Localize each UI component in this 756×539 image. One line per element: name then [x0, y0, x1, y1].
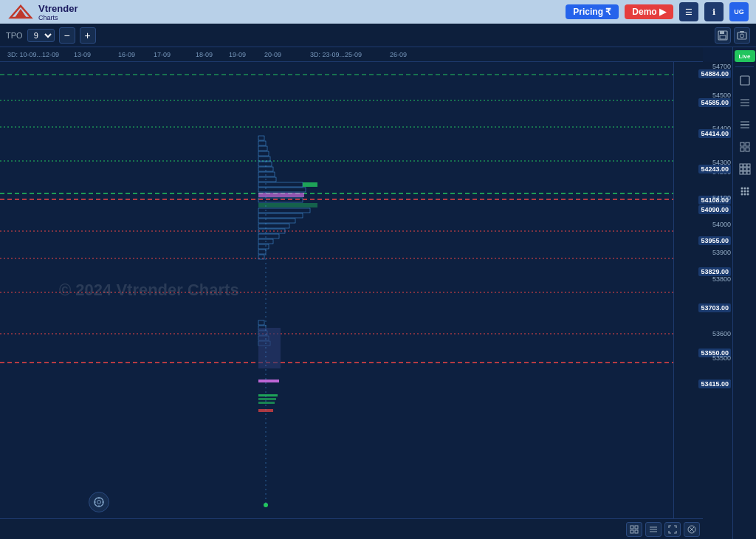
svg-rect-25 [258, 219, 295, 223]
sidebar-icon-grid1[interactable] [736, 138, 754, 156]
close-icon[interactable] [684, 522, 700, 537]
price-54884: 54884.00 [698, 69, 731, 78]
price-53415: 53415.00 [698, 380, 731, 388]
svg-point-81 [743, 188, 746, 190]
svg-rect-20 [258, 193, 304, 197]
svg-rect-7 [740, 31, 744, 32]
info-button[interactable]: ℹ [704, 2, 724, 21]
save-button[interactable] [715, 27, 731, 44]
time-tick: 26-09 [390, 51, 407, 58]
price-54585: 54585.00 [698, 98, 731, 107]
camera-button[interactable] [734, 27, 750, 44]
svg-rect-8 [258, 136, 264, 140]
svg-point-86 [740, 193, 743, 196]
svg-rect-24 [258, 213, 303, 218]
camera-icon [737, 30, 747, 41]
sidebar-divider-1 [735, 66, 754, 67]
svg-rect-16 [258, 177, 276, 182]
timeline: 3D: 10-09...12-09 13-09 16-09 17-09 18-0… [0, 47, 703, 62]
svg-rect-74 [740, 168, 743, 171]
time-tick: 20-09 [264, 51, 281, 58]
svg-point-83 [740, 190, 743, 193]
svg-rect-4 [720, 35, 726, 39]
list-icon[interactable] [645, 522, 662, 537]
svg-rect-77 [740, 171, 743, 174]
svg-rect-70 [746, 148, 749, 151]
save-icon [718, 30, 728, 41]
price-53900: 53900 [712, 249, 731, 256]
demo-button[interactable]: Demo ▶ [625, 4, 673, 19]
svg-rect-71 [740, 164, 743, 167]
tpo-label: TPO [6, 31, 23, 40]
svg-rect-38 [258, 328, 281, 368]
svg-rect-9 [258, 141, 266, 145]
svg-rect-11 [258, 151, 269, 156]
time-tick: 3D: 10-09...12-09 [7, 51, 59, 58]
price-54090: 54090.00 [698, 205, 731, 214]
svg-rect-68 [746, 143, 749, 146]
header: Vtrender Charts Pricing ₹ Demo ▶ ☰ ℹ UG [0, 0, 756, 24]
svg-rect-42 [258, 402, 275, 404]
svg-point-85 [746, 190, 749, 193]
chart-svg [0, 62, 703, 518]
main: 3D: 10-09...12-09 13-09 16-09 17-09 18-0… [0, 47, 756, 539]
price-scale: 54700 54884.00 54500 54585.00 54400 5441… [673, 62, 732, 539]
svg-rect-26 [258, 224, 289, 228]
sidebar-icon-dots[interactable] [736, 182, 754, 200]
svg-rect-28 [258, 234, 279, 238]
sidebar-icon-lines[interactable] [736, 94, 754, 111]
svg-point-55 [97, 501, 101, 504]
fullscreen-icon[interactable] [664, 522, 681, 537]
price-53955: 53955.00 [698, 236, 731, 245]
svg-rect-10 [258, 146, 267, 151]
price-54414: 54414.00 [698, 129, 731, 138]
svg-point-6 [740, 34, 744, 38]
logo-text: Vtrender [38, 3, 78, 14]
svg-rect-31 [258, 250, 266, 254]
pricing-button[interactable]: Pricing ₹ [566, 4, 619, 19]
svg-rect-76 [747, 168, 750, 171]
svg-rect-5 [738, 32, 746, 39]
svg-rect-3 [720, 31, 724, 34]
sidebar-icon-list[interactable] [736, 116, 754, 134]
svg-point-82 [746, 188, 749, 190]
live-badge[interactable]: Live [735, 50, 755, 62]
svg-rect-44 [630, 526, 633, 529]
svg-rect-12 [258, 157, 270, 161]
svg-point-84 [743, 190, 746, 193]
sidebar-icon-cursor[interactable] [736, 72, 754, 89]
user-button[interactable]: UG [729, 2, 749, 21]
minus-button[interactable]: − [59, 27, 75, 44]
tpo-profile [258, 136, 317, 412]
svg-rect-17 [258, 182, 303, 187]
svg-rect-60 [740, 76, 749, 85]
svg-rect-22 [258, 203, 317, 207]
grid-icon[interactable] [626, 522, 642, 537]
svg-rect-73 [747, 164, 750, 167]
price-53703: 53703.00 [698, 303, 731, 312]
price-54100: 54100 [712, 194, 731, 202]
expand-button[interactable] [89, 492, 109, 512]
menu-button[interactable]: ☰ [679, 2, 698, 21]
logo-icon [7, 3, 34, 21]
plus-button[interactable]: + [80, 27, 96, 44]
svg-rect-30 [258, 244, 269, 249]
svg-rect-69 [740, 148, 744, 151]
chart-area[interactable]: 3D: 10-09...12-09 13-09 16-09 17-09 18-0… [0, 47, 732, 539]
svg-point-87 [743, 193, 746, 196]
svg-rect-78 [743, 171, 746, 174]
svg-rect-13 [258, 162, 272, 166]
price-53800: 53800 [712, 275, 731, 283]
svg-rect-72 [743, 164, 746, 167]
logo-sub: Charts [38, 14, 78, 21]
right-sidebar: Live [732, 47, 756, 539]
time-tick: 18-09 [196, 51, 213, 58]
svg-rect-23 [258, 208, 310, 213]
tpo-select[interactable]: 9 [27, 29, 55, 42]
svg-rect-15 [258, 172, 275, 176]
svg-rect-79 [747, 171, 750, 174]
sidebar-icon-grid2[interactable] [736, 160, 754, 178]
time-tick: 19-09 [229, 51, 246, 58]
time-tick: 17-09 [154, 51, 171, 58]
svg-point-80 [740, 188, 743, 190]
